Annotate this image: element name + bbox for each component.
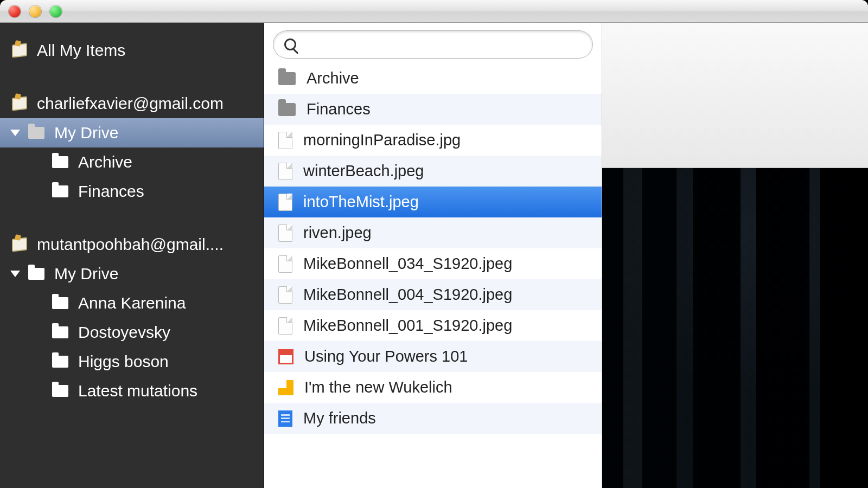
folder-icon [52,385,68,397]
file-name-label: winterBeach.jpeg [303,162,424,180]
file-row[interactable]: MikeBonnell_034_S1920.jpeg [264,248,602,279]
box-icon [12,97,27,110]
file-name-label: MikeBonnell_034_S1920.jpeg [303,255,512,273]
file-icon [278,255,292,273]
folder-row[interactable]: Finances [264,94,602,125]
sidebar-account-0[interactable]: charliefxavier@gmail.com [0,89,264,118]
file-icon [278,132,292,149]
file-row[interactable]: intoTheMist.jpeg [264,187,602,217]
search-input[interactable] [303,36,582,53]
file-icon [278,194,292,211]
sidebar: All My Items charliefxavier@gmail.com My… [0,23,264,488]
folder-icon [28,268,44,280]
sidebar-folder-archive[interactable]: Archive [0,147,264,177]
folder-icon [52,156,68,168]
folder-icon [52,356,68,368]
file-row[interactable]: My friends [264,403,602,434]
drawing-icon [278,380,293,395]
folder-icon [278,103,296,116]
presentation-icon [278,349,293,364]
file-row[interactable]: Using Your Powers 101 [264,341,602,372]
file-name-label: intoTheMist.jpeg [303,193,419,211]
file-name-label: My friends [303,409,376,427]
sidebar-drive-label: My Drive [54,265,118,283]
file-name-label: MikeBonnell_004_S1920.jpeg [303,286,512,304]
sidebar-folder-label: Higgs boson [78,352,169,371]
titlebar [0,0,868,23]
box-icon [12,44,27,57]
disclosure-triangle-icon[interactable] [10,130,20,136]
sidebar-folder-higgs-boson[interactable]: Higgs boson [0,347,264,376]
file-row[interactable]: winterBeach.jpeg [264,156,602,187]
sidebar-folder-finances[interactable]: Finances [0,177,264,206]
sidebar-folder-dostoyevsky[interactable]: Dostoyevsky [0,318,264,347]
folder-icon [28,127,44,139]
file-icon [278,286,292,304]
sidebar-folder-anna-karenina[interactable]: Anna Karenina [0,288,264,318]
sidebar-folder-latest-mutations[interactable]: Latest mutations [0,376,264,406]
box-icon [12,238,27,251]
app-window: All My Items charliefxavier@gmail.com My… [0,0,868,488]
search-wrap [264,23,602,63]
zoom-button[interactable] [50,5,62,17]
disclosure-triangle-icon[interactable] [10,271,20,277]
minimize-button[interactable] [29,5,41,17]
search-field[interactable] [273,30,593,59]
sidebar-account-label: mutantpoohbah@gmail.... [37,235,224,254]
file-row[interactable]: MikeBonnell_004_S1920.jpeg [264,279,602,310]
folder-icon [52,297,68,309]
preview-image [602,168,868,488]
folder-icon [52,185,68,197]
file-icon [278,163,292,180]
file-row[interactable]: MikeBonnell_001_S1920.jpeg [264,310,602,341]
file-listing: ArchiveFinancesmorningInParadise.jpgwint… [264,63,602,488]
file-name-label: riven.jpeg [303,224,372,242]
content-area: All My Items charliefxavier@gmail.com My… [0,23,868,488]
sidebar-drive-label: My Drive [54,124,118,142]
sidebar-folder-label: Dostoyevsky [78,323,170,342]
sidebar-drive-0[interactable]: My Drive [0,118,264,147]
sidebar-account-1[interactable]: mutantpoohbah@gmail.... [0,230,264,259]
folder-icon [278,72,296,85]
sidebar-folder-label: Latest mutations [78,382,197,400]
folder-row[interactable]: Archive [264,63,602,94]
sidebar-folder-label: Finances [78,182,144,201]
file-name-label: Finances [307,100,371,118]
document-icon [278,410,292,427]
file-icon [278,224,292,242]
preview-panel [602,23,868,488]
file-name-label: Using Your Powers 101 [304,348,468,365]
sidebar-account-label: charliefxavier@gmail.com [37,94,224,113]
close-button[interactable] [9,5,21,17]
file-row[interactable]: I'm the new Wukelich [264,372,602,403]
sidebar-folder-label: Archive [78,153,132,171]
file-name-label: MikeBonnell_001_S1920.jpeg [303,317,512,335]
file-row[interactable]: riven.jpeg [264,217,602,248]
sidebar-drive-1[interactable]: My Drive [0,259,264,288]
file-icon [278,317,292,335]
preview-header [602,23,868,168]
file-name-label: Archive [307,69,359,87]
sidebar-all-items-label: All My Items [37,41,125,60]
file-row[interactable]: morningInParadise.jpg [264,125,602,156]
search-icon [284,38,296,50]
folder-icon [52,326,68,338]
file-name-label: morningInParadise.jpg [303,131,461,149]
file-name-label: I'm the new Wukelich [304,378,452,396]
sidebar-all-items[interactable]: All My Items [0,36,264,65]
sidebar-folder-label: Anna Karenina [78,294,186,312]
file-list-panel: ArchiveFinancesmorningInParadise.jpgwint… [264,23,602,488]
